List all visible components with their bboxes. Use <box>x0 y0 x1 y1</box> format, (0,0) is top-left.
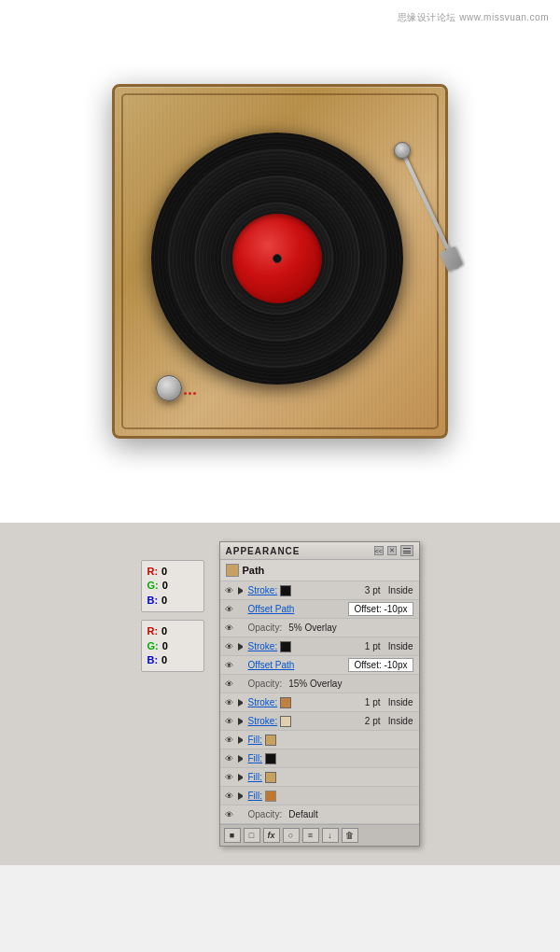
panel-row-fill-2: 👁 Fill: <box>220 749 419 768</box>
visibility-icon-3[interactable]: 👁 <box>224 623 235 633</box>
toolbar-stack-btn[interactable]: ≡ <box>302 828 319 843</box>
vinyl-label <box>232 214 322 303</box>
bottom-section: R: 0 G: 0 B: 0 R: 0 G: 0 B: 0 <box>0 523 560 865</box>
stroke-color-2[interactable] <box>280 641 291 652</box>
expand-arrow-6[interactable] <box>238 755 245 763</box>
panel-row-stroke-3: 👁 Stroke: 1 pt Inside <box>220 693 419 712</box>
expand-arrow-3[interactable] <box>238 699 245 707</box>
panel-collapse-btn[interactable]: << <box>374 546 384 555</box>
turntable-frame <box>112 84 448 439</box>
toolbar-delete-btn[interactable]: 🗑 <box>342 828 358 843</box>
offset-badge-2: Offset: -10px <box>348 658 413 672</box>
r-label-2: R: <box>147 624 159 638</box>
visibility-icon-8[interactable]: 👁 <box>224 717 235 726</box>
visibility-icon-13[interactable]: 👁 <box>224 810 235 819</box>
panel-menu-btn[interactable] <box>400 545 413 556</box>
panel-row-offset-2: 👁 Offset Path Offset: -10px <box>220 656 419 675</box>
stroke-color-1[interactable] <box>280 585 291 596</box>
stroke-value-3: 1 pt Inside <box>365 697 413 707</box>
stroke-link-4[interactable]: Stroke: <box>248 716 278 726</box>
color-swatches: R: 0 G: 0 B: 0 R: 0 G: 0 B: 0 <box>141 560 204 672</box>
visibility-icon-7[interactable]: 👁 <box>224 698 235 707</box>
expand-arrow-2[interactable] <box>238 643 245 651</box>
panel-row-opacity-1: 👁 Opacity: 5% Overlay <box>220 619 419 637</box>
swatch-group-1: R: 0 G: 0 B: 0 <box>141 560 204 612</box>
panel-row-offset-1: 👁 Offset Path Offset: -10px <box>220 600 419 619</box>
expand-arrow-8[interactable] <box>238 792 245 800</box>
fill-color-1[interactable] <box>265 735 276 746</box>
fill-link-4[interactable]: Fill: <box>248 791 263 801</box>
offset-path-link-2[interactable]: Offset Path <box>248 660 295 670</box>
visibility-icon-2[interactable]: 👁 <box>224 605 235 614</box>
panel-row-fill-4: 👁 Fill: <box>220 787 419 805</box>
tonearm-pivot <box>394 142 411 159</box>
toolbar-fx-btn[interactable]: fx <box>263 828 280 843</box>
swatch-group-2: R: 0 G: 0 B: 0 <box>141 620 204 672</box>
knob-indicator <box>184 392 196 395</box>
b-value-1: 0 <box>161 594 167 608</box>
toolbar-duplicate-btn[interactable]: □ <box>244 828 260 843</box>
panel-row-opacity-3: 👁 Opacity: Default <box>220 805 419 824</box>
g-value-1: 0 <box>162 579 168 593</box>
expand-arrow-4[interactable] <box>238 718 245 725</box>
expand-arrow-1[interactable] <box>238 587 245 595</box>
visibility-icon-1[interactable]: 👁 <box>224 586 235 595</box>
visibility-icon-4[interactable]: 👁 <box>224 642 235 651</box>
visibility-icon-11[interactable]: 👁 <box>224 773 235 782</box>
watermark: 思缘设计论坛 www.missvuan.com <box>398 11 549 24</box>
visibility-icon-9[interactable]: 👁 <box>224 735 235 745</box>
panel-row-opacity-2: 👁 Opacity: 15% Overlay <box>220 675 419 693</box>
appearance-panel: APPEARANCE << ✕ Path 👁 <box>219 541 420 847</box>
visibility-icon-10[interactable]: 👁 <box>224 754 235 763</box>
g-label-2: G: <box>147 639 159 653</box>
visibility-icon-5[interactable]: 👁 <box>224 661 235 670</box>
tonearm-arm <box>399 148 458 269</box>
panel-row-stroke-4: 👁 Stroke: 2 pt Inside <box>220 712 419 731</box>
opacity-value-2: 15% Overlay <box>288 679 342 689</box>
path-header: Path <box>220 560 419 581</box>
panel-title: APPEARANCE <box>226 546 301 556</box>
tonearm-head <box>440 246 464 273</box>
b-value-2: 0 <box>161 653 167 667</box>
r-label-1: R: <box>147 565 159 579</box>
r-value-2: 0 <box>161 624 167 638</box>
tonearm-container <box>343 133 418 319</box>
g-value-2: 0 <box>162 639 168 653</box>
expand-arrow-5[interactable] <box>238 736 245 744</box>
toolbar-add-btn[interactable]: ■ <box>224 828 241 843</box>
panel-row-fill-1: 👁 Fill: <box>220 731 419 749</box>
visibility-icon-6[interactable]: 👁 <box>224 679 235 689</box>
path-label: Path <box>243 565 265 576</box>
panel-content: 👁 Stroke: 3 pt Inside 👁 Offset Path Offs… <box>220 581 419 824</box>
stroke-link-3[interactable]: Stroke: <box>248 697 278 707</box>
toolbar-save-btn[interactable]: ↓ <box>322 828 339 843</box>
stroke-color-4[interactable] <box>280 716 291 727</box>
panel-close-btn[interactable]: ✕ <box>387 546 397 555</box>
fill-color-2[interactable] <box>265 753 276 764</box>
offset-path-link-1[interactable]: Offset Path <box>248 604 295 614</box>
panel-row-stroke-2: 👁 Stroke: 1 pt Inside <box>220 637 419 656</box>
volume-knob <box>156 375 182 401</box>
fill-link-1[interactable]: Fill: <box>248 735 263 745</box>
expand-arrow-7[interactable] <box>238 774 245 781</box>
fill-color-4[interactable] <box>265 791 276 802</box>
stroke-value-2: 1 pt Inside <box>365 641 413 651</box>
stroke-value-4: 2 pt Inside <box>365 716 413 726</box>
opacity-label-2: Opacity: <box>248 679 283 689</box>
path-color-swatch <box>226 564 239 577</box>
stroke-color-3[interactable] <box>280 697 291 708</box>
r-value-1: 0 <box>161 565 167 579</box>
turntable-inner <box>121 93 439 429</box>
fill-color-3[interactable] <box>265 772 276 783</box>
fill-link-2[interactable]: Fill: <box>248 753 263 763</box>
stroke-link-1[interactable]: Stroke: <box>248 585 278 595</box>
stroke-link-2[interactable]: Stroke: <box>248 641 278 651</box>
panel-controls: << ✕ <box>374 545 413 556</box>
vinyl-center <box>273 254 282 263</box>
appearance-panel-wrapper: APPEARANCE << ✕ Path 👁 <box>219 541 420 847</box>
panel-titlebar: APPEARANCE << ✕ <box>220 542 419 560</box>
visibility-icon-12[interactable]: 👁 <box>224 791 235 801</box>
fill-link-3[interactable]: Fill: <box>248 772 263 782</box>
panel-toolbar: ■ □ fx ○ ≡ ↓ 🗑 <box>220 824 419 846</box>
toolbar-circle-btn[interactable]: ○ <box>283 828 300 843</box>
